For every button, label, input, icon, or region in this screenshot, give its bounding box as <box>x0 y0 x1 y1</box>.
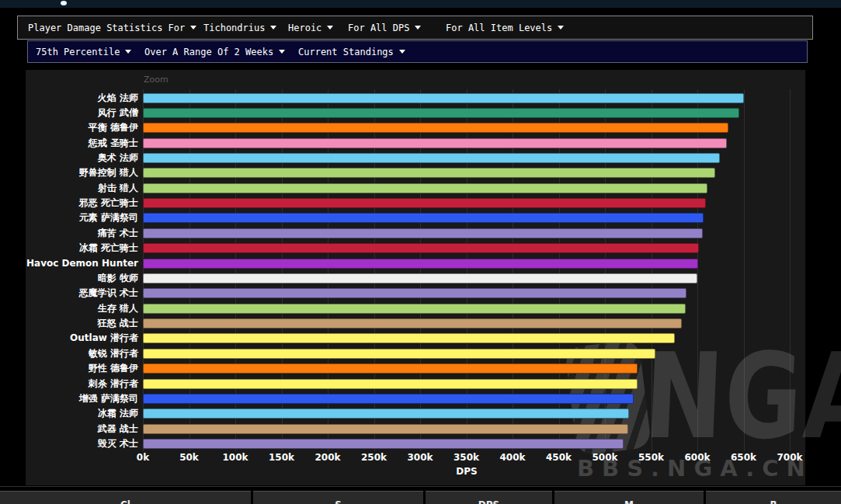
category-label: 奥术 法师 <box>26 152 138 163</box>
chevron-down-icon <box>415 26 421 30</box>
menu-dropdown-player-damage-statistics-for[interactable]: Player Damage Statistics For <box>28 16 196 39</box>
bottom-divider-line <box>0 486 841 487</box>
dps-bar-item[interactable] <box>143 213 704 223</box>
x-axis-tick-label: 400k <box>499 452 525 463</box>
category-label: 生存 猎人 <box>26 303 138 314</box>
category-label: 野性 德鲁伊 <box>26 363 138 374</box>
menu-dropdown-for-all-dps[interactable]: For All DPS <box>348 16 421 39</box>
chevron-down-icon <box>125 50 131 54</box>
dps-bar-item[interactable] <box>143 318 682 328</box>
chevron-down-icon <box>327 26 333 30</box>
menu-dropdown-label: 75th Percentile <box>36 47 120 57</box>
category-label: 敏锐 潜行者 <box>26 348 138 359</box>
dps-bar-item[interactable] <box>143 394 634 404</box>
menu-bar-secondary: 75th PercentileOver A Range Of 2 WeeksCu… <box>27 40 808 63</box>
x-axis-tick-label: 100k <box>222 452 248 463</box>
x-axis-tick-label: 500k <box>592 452 617 463</box>
dps-bar-item[interactable] <box>143 153 720 163</box>
menu-dropdown-label: For All DPS <box>348 23 409 33</box>
chevron-down-icon <box>558 26 564 30</box>
dps-bar-item[interactable] <box>143 439 624 449</box>
category-label: 元素 萨满祭司 <box>26 212 138 223</box>
dps-bar-item[interactable] <box>143 93 744 103</box>
x-axis-tick-label: 150k <box>269 452 294 463</box>
x-axis-title: DPS <box>443 466 490 477</box>
x-axis-tick-label: 650k <box>731 452 756 463</box>
top-cropped-header-strip <box>0 0 841 8</box>
menu-dropdown-over-a-range-of-2-weeks[interactable]: Over A Range Of 2 Weeks <box>144 41 285 62</box>
x-axis-tick-label: 450k <box>546 452 572 463</box>
menu-dropdown-label: Player Damage Statistics For <box>28 23 185 33</box>
dps-bar-item[interactable] <box>143 273 697 283</box>
x-axis-tick-label: 50k <box>179 452 199 463</box>
x-axis-tick-label: 600k <box>684 452 710 463</box>
category-label: 痛苦 术士 <box>26 228 138 238</box>
chevron-down-icon <box>279 50 285 54</box>
menu-dropdown-75th-percentile[interactable]: 75th Percentile <box>36 41 131 62</box>
category-label: 射击 猎人 <box>26 182 138 193</box>
chevron-down-icon <box>270 26 276 30</box>
menu-dropdown-current-standings[interactable]: Current Standings <box>298 41 405 62</box>
menu-dropdown-for-all-item-levels[interactable]: For All Item Levels <box>446 16 564 39</box>
table-header-col-dps[interactable]: DPS <box>426 491 552 504</box>
category-label: 狂怒 战士 <box>26 318 138 328</box>
cropped-logo-fragment <box>61 1 67 5</box>
menu-dropdown-heroic[interactable]: Heroic <box>288 16 333 39</box>
dps-bar-item[interactable] <box>143 228 703 238</box>
category-label: 刺杀 潜行者 <box>26 378 138 389</box>
category-label: 恶魔学识 术士 <box>26 287 138 298</box>
category-label: 邪恶 死亡骑士 <box>26 197 138 208</box>
category-label: 冰霜 法师 <box>26 408 138 419</box>
dps-bar-havoc-demon-hunter[interactable] <box>143 259 698 269</box>
table-header-col-s[interactable]: S <box>253 491 423 504</box>
menu-dropdown-label: For All Item Levels <box>446 23 552 33</box>
dps-bar-item[interactable] <box>143 108 739 118</box>
x-axis-tick-label: 200k <box>315 452 340 463</box>
category-label: 野兽控制 猎人 <box>26 167 138 178</box>
menu-bar-primary: Player Damage Statistics ForTichondriusH… <box>17 16 813 40</box>
dps-bar-item[interactable] <box>143 288 686 298</box>
category-label: 增强 萨满祭司 <box>26 393 138 404</box>
dps-bar-item[interactable] <box>143 198 706 208</box>
dps-bar-item[interactable] <box>143 424 628 434</box>
dps-bar-item[interactable] <box>143 349 655 359</box>
category-label: Havoc Demon Hunter <box>26 258 138 269</box>
menu-dropdown-label: Over A Range Of 2 Weeks <box>144 47 273 57</box>
category-label: 冰霜 死亡骑士 <box>26 242 138 253</box>
dps-bar-item[interactable] <box>143 123 728 133</box>
table-header-col-m[interactable]: M <box>554 491 704 504</box>
dps-bar-item[interactable] <box>143 408 629 419</box>
category-label: 火焰 法师 <box>26 92 138 103</box>
cropped-table-header-row: ClSDPSMR <box>0 491 841 504</box>
nga-watermark-text: NGA <box>642 338 841 456</box>
category-label: 毁灭 术士 <box>26 438 138 449</box>
x-axis-tick-label: 300k <box>407 452 433 463</box>
chevron-down-icon <box>399 50 405 54</box>
dps-bar-item[interactable] <box>143 379 638 389</box>
dps-bar-outlaw[interactable] <box>143 333 675 343</box>
menu-dropdown-tichondrius[interactable]: Tichondrius <box>203 16 276 39</box>
dps-bar-item[interactable] <box>143 363 638 374</box>
category-label: Outlaw 潜行者 <box>26 332 138 343</box>
x-axis-tick-label: 700k <box>777 452 802 463</box>
category-label: 风行 武僧 <box>26 107 138 118</box>
menu-dropdown-label: Current Standings <box>298 47 394 57</box>
dps-bar-item[interactable] <box>143 168 715 178</box>
table-header-col-cl[interactable]: Cl <box>0 491 251 504</box>
category-label: 暗影 牧师 <box>26 273 138 283</box>
category-label: 平衡 德鲁伊 <box>26 122 138 133</box>
x-axis-tick-label: 350k <box>454 452 479 463</box>
dps-bar-item[interactable] <box>143 138 727 148</box>
menu-dropdown-label: Tichondrius <box>203 23 265 33</box>
x-axis-tick-label: 0k <box>137 452 149 463</box>
x-axis-tick-label: 250k <box>361 452 387 463</box>
chevron-down-icon <box>190 26 196 30</box>
dps-bar-item[interactable] <box>143 243 699 253</box>
category-label: 惩戒 圣骑士 <box>26 137 138 148</box>
table-header-col-r[interactable]: R <box>706 491 841 504</box>
dps-bar-item[interactable] <box>143 304 686 314</box>
menu-dropdown-label: Heroic <box>288 23 321 33</box>
category-label: 武器 战士 <box>26 423 138 434</box>
dps-bar-chart: Zoom NGA BBS.NGA.CN DPS 0k50k100k150k200… <box>26 70 805 485</box>
dps-bar-item[interactable] <box>143 183 707 193</box>
